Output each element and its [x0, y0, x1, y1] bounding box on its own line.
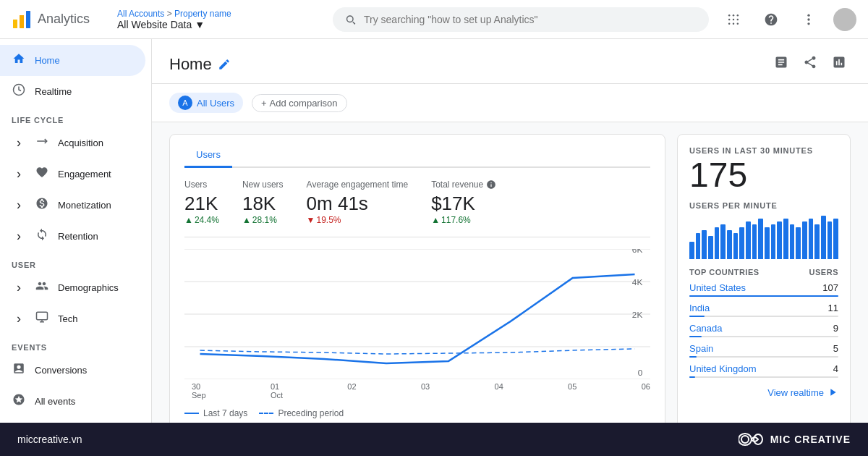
sidebar-item-allevents[interactable]: All events: [0, 386, 145, 417]
tech-icon: [35, 311, 49, 327]
apps-button[interactable]: [720, 7, 746, 33]
bar: [696, 233, 701, 259]
lifecycle-section-label: LIFE CYCLE: [0, 107, 151, 127]
tab-active[interactable]: Users: [184, 149, 232, 168]
bar: [833, 219, 838, 259]
bar: [790, 224, 795, 259]
bar: [777, 221, 782, 259]
svg-point-10: [733, 18, 735, 20]
country-bar-bg: [689, 336, 838, 337]
search-input[interactable]: [364, 14, 697, 25]
content-body: Users Users 21K ▲ 24.4% New users 18K ▲ …: [152, 122, 868, 423]
mic-logo: MIC CREATIVE: [739, 432, 851, 447]
sidebar-item-monetization[interactable]: › Monetization: [0, 190, 145, 221]
country-info: United States 107: [689, 282, 838, 293]
add-comparison-button[interactable]: + Add comparison: [252, 94, 347, 112]
svg-text:6K: 6K: [632, 249, 643, 254]
view-realtime-link[interactable]: View realtime: [689, 387, 838, 398]
explore-section-label: EXPLORE: [0, 417, 151, 423]
sidebar-realtime-label: Realtime: [35, 86, 72, 97]
bar: [783, 219, 788, 259]
top-icons: [720, 7, 856, 33]
report-icon: [774, 55, 788, 69]
country-bar-fill: [689, 376, 695, 378]
sidebar-acquisition-label: Acquisition: [58, 138, 103, 148]
country-bar-bg: [689, 295, 838, 297]
legend-current: Last 7 days: [184, 408, 247, 418]
website-data-selector[interactable]: All Website Data ▼: [117, 19, 321, 30]
breadcrumb: All Accounts > Property name All Website…: [117, 9, 321, 30]
sidebar-item-demographics[interactable]: › Demographics: [0, 272, 145, 303]
mic-logo-icon: [739, 432, 765, 447]
svg-text:0: 0: [638, 368, 643, 377]
country-name[interactable]: Canada: [689, 323, 723, 334]
stats-header: Users 21K ▲ 24.4% New users 18K ▲ 28.1% …: [184, 180, 650, 237]
share-icon: [803, 55, 817, 69]
stat-users-label: Users: [184, 180, 219, 190]
bar: [727, 230, 732, 259]
sidebar-item-acquisition[interactable]: › Acquisition: [0, 127, 145, 159]
country-name[interactable]: United Kingdom: [689, 363, 757, 374]
chevron-right-icon4: ›: [12, 229, 26, 244]
breadcrumb-property[interactable]: Property name: [174, 9, 231, 19]
svg-point-16: [807, 18, 809, 20]
country-bar-bg: [689, 376, 838, 378]
report-button[interactable]: [770, 51, 793, 77]
country-users: 5: [833, 343, 838, 354]
sidebar-item-realtime[interactable]: Realtime: [0, 76, 145, 107]
user-badge-label: All Users: [197, 98, 234, 109]
sidebar-monetization-label: Monetization: [58, 200, 111, 211]
country-info: India 11: [689, 303, 838, 313]
countries-label: TOP COUNTRIES: [689, 268, 760, 276]
bar: [821, 216, 826, 259]
view-realtime-text: View realtime: [767, 387, 824, 398]
svg-point-11: [737, 18, 739, 20]
help-button[interactable]: [758, 7, 784, 33]
svg-point-15: [807, 14, 809, 16]
sidebar-item-tech[interactable]: › Tech: [0, 303, 145, 334]
svg-point-8: [737, 14, 739, 16]
chevron-right-icon6: ›: [12, 311, 26, 326]
breadcrumb-accounts[interactable]: All Accounts: [117, 9, 164, 19]
chevron-right-icon2: ›: [12, 166, 26, 182]
bar: [702, 230, 707, 259]
sidebar: Home Realtime LIFE CYCLE › Acquisition ›…: [0, 39, 152, 423]
analytics-logo-icon: [12, 9, 32, 30]
user-badge[interactable]: A All Users: [169, 93, 243, 113]
home-icon: [12, 52, 26, 69]
country-row: United States 107: [689, 282, 838, 297]
country-bar-fill: [689, 316, 705, 317]
more-button[interactable]: [796, 7, 822, 33]
chevron-right-icon5: ›: [12, 280, 26, 295]
realtime-number: 175: [689, 158, 838, 193]
country-name[interactable]: India: [689, 303, 710, 313]
stat-users-value: 21K: [184, 193, 219, 215]
avatar[interactable]: [833, 8, 856, 31]
footer-right: MIC CREATIVE: [739, 432, 851, 447]
bar: [802, 221, 807, 259]
svg-rect-5: [26, 11, 30, 28]
svg-point-12: [728, 22, 731, 25]
chart-legend: Last 7 days Preceding period: [184, 408, 344, 418]
x-label-7: 06: [642, 382, 650, 400]
sidebar-item-engagement[interactable]: › Engagement: [0, 159, 145, 190]
x-label-6: 05: [568, 382, 576, 400]
search-bar[interactable]: [333, 7, 709, 32]
user-badge-icon: A: [178, 96, 192, 110]
svg-rect-19: [37, 312, 48, 320]
more-icon: [801, 12, 816, 27]
insights-button[interactable]: [827, 51, 851, 77]
conversions-icon: [12, 362, 26, 379]
stats-card: Users Users 21K ▲ 24.4% New users 18K ▲ …: [169, 134, 665, 423]
share-button[interactable]: [799, 51, 822, 77]
users-label: USERS: [809, 268, 838, 276]
country-name[interactable]: Spain: [689, 343, 713, 354]
sidebar-item-home[interactable]: Home: [0, 45, 145, 76]
sidebar-item-conversions[interactable]: Conversions: [0, 355, 145, 386]
sidebar-item-retention[interactable]: › Retention: [0, 221, 145, 252]
x-label-5: 04: [495, 382, 503, 400]
country-name[interactable]: United States: [689, 282, 746, 293]
stat-new-users: New users 18K ▲ 28.1%: [242, 180, 284, 225]
stat-revenue: Total revenue $17K ▲ 117.6%: [431, 180, 496, 225]
bar: [720, 224, 726, 259]
